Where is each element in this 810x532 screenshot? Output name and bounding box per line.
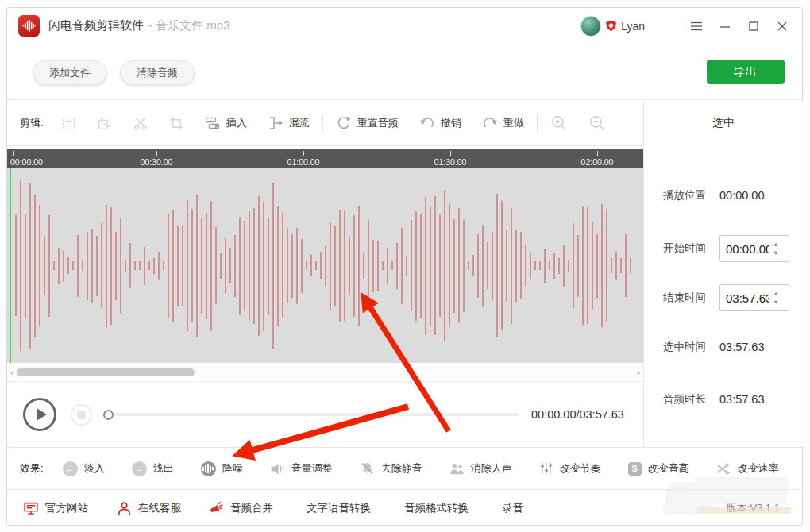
end-time-down-icon[interactable]: ▼ — [770, 299, 782, 306]
waveform-bar — [68, 257, 69, 274]
remove-vocals-button[interactable]: 消除人声 — [449, 461, 512, 476]
redo-button[interactable]: 重做 — [482, 116, 524, 130]
select-region-icon[interactable] — [61, 116, 76, 131]
seek-thumb[interactable] — [103, 410, 114, 420]
waveform-bar — [230, 248, 231, 283]
start-time-label: 开始时间 — [663, 241, 709, 256]
timeline-tick — [156, 151, 157, 156]
start-time-up-icon[interactable]: ▲ — [770, 241, 782, 248]
playhead[interactable] — [10, 168, 11, 363]
zoom-out-icon[interactable] — [588, 114, 606, 132]
record-link[interactable]: 录音 — [502, 501, 523, 515]
waveform-bar — [549, 261, 550, 270]
avatar[interactable] — [580, 16, 601, 37]
play-button[interactable] — [23, 398, 56, 431]
format-convert-link[interactable]: 音频格式转换 — [404, 501, 469, 515]
end-time-row: 结束时间 ▲ ▼ — [663, 284, 795, 311]
selection-panel: 选中 播放位置 00:00.00 开始时间 ▲ ▼ 结束时间 — [643, 101, 803, 447]
user-account[interactable]: Lyan — [580, 16, 645, 37]
waveform-scrollbar[interactable]: ‹ › — [7, 367, 643, 378]
waveform-bar — [172, 210, 174, 322]
official-site-label: 官方网站 — [45, 501, 88, 515]
waveform-bar — [611, 258, 612, 273]
cut-icon[interactable] — [133, 116, 148, 131]
waveform-bar — [554, 253, 555, 279]
change-rate-button[interactable]: 改变速率 — [716, 461, 779, 476]
waveform-bar — [620, 258, 622, 273]
official-site-link[interactable]: 官方网站 — [23, 501, 88, 516]
change-pitch-button[interactable]: S 改变音高 — [628, 461, 689, 476]
audio-merge-link[interactable]: 音频合并 — [208, 500, 273, 516]
scrollbar-thumb[interactable] — [17, 368, 195, 376]
noise-reduction-button[interactable]: 降噪 — [201, 461, 243, 476]
waveform-bar — [382, 261, 384, 270]
seek-track[interactable] — [112, 413, 519, 416]
waveform[interactable] — [7, 168, 643, 363]
timeline-tick — [597, 151, 598, 156]
waveform-bar — [573, 223, 574, 308]
online-service-link[interactable]: 在线客服 — [117, 501, 181, 516]
change-pitch-label: 改变音高 — [648, 461, 689, 476]
crop-icon[interactable] — [169, 116, 184, 131]
waveform-bar — [206, 213, 207, 319]
undo-button[interactable]: 撤销 — [419, 116, 461, 130]
copy-icon[interactable] — [97, 116, 112, 131]
divider — [322, 114, 323, 133]
waveform-bar — [91, 229, 93, 303]
minimize-icon[interactable] — [716, 17, 734, 35]
clear-audio-button[interactable]: 清除音频 — [120, 60, 195, 85]
waveform-bar — [244, 221, 245, 311]
insert-label: 插入 — [226, 116, 247, 130]
mix-button[interactable]: 混流 — [268, 116, 310, 130]
edit-toolbar: 剪辑: 插入 混流 重置音频 — [7, 101, 643, 146]
fade-in-button[interactable]: ← 淡入 — [63, 461, 105, 476]
end-time-up-icon[interactable]: ▲ — [770, 291, 782, 297]
waveform-bar — [148, 261, 150, 270]
waveform-bar — [558, 258, 560, 274]
reset-audio-button[interactable]: 重置音频 — [336, 115, 399, 131]
waveform-bar — [511, 208, 512, 324]
waveform-bar — [520, 232, 522, 299]
stop-button[interactable] — [71, 404, 92, 426]
effects-bar-label: 效果: — [20, 461, 44, 476]
end-time-spinner: ▲ ▼ — [719, 284, 789, 311]
volume-icon — [270, 462, 285, 476]
fade-out-button[interactable]: → 浅出 — [132, 461, 174, 476]
fade-in-icon: ← — [63, 461, 78, 476]
zoom-in-icon[interactable] — [550, 114, 568, 132]
waveform-bar — [34, 195, 36, 337]
insert-button[interactable]: 插入 — [205, 116, 247, 130]
start-time-input[interactable] — [720, 242, 770, 256]
waveform-bar — [110, 207, 112, 325]
play-position-value: 00:00.00 — [719, 189, 764, 202]
waveform-bar — [72, 261, 74, 270]
waveform-bar — [158, 252, 160, 280]
text-to-speech-link[interactable]: 文字语音转换 — [307, 501, 371, 515]
change-tempo-button[interactable]: 改变节奏 — [539, 461, 601, 476]
waveform-bar — [191, 209, 193, 322]
playback-time: 00:00.00/03:57.63 — [531, 408, 624, 421]
remove-silence-button[interactable]: 去除静音 — [360, 461, 422, 476]
end-time-input[interactable] — [720, 291, 770, 305]
export-button[interactable]: 导出 — [707, 60, 785, 84]
scroll-left-icon[interactable]: ‹ — [7, 367, 17, 378]
app-logo-icon — [18, 15, 40, 37]
waveform-bar — [606, 209, 608, 322]
close-icon[interactable] — [773, 17, 791, 35]
start-time-down-icon[interactable]: ▼ — [770, 250, 782, 256]
end-time-label: 结束时间 — [663, 291, 709, 305]
timeline[interactable]: 00:00.0000:30.0001:00.0001:30.0002:00.00 — [7, 149, 643, 168]
add-file-button[interactable]: 添加文件 — [33, 60, 107, 85]
waveform-bar — [615, 252, 617, 280]
reset-audio-label: 重置音频 — [357, 116, 399, 130]
waveform-bar — [234, 235, 236, 297]
seek-slider[interactable] — [103, 410, 519, 420]
scroll-right-icon[interactable]: › — [634, 367, 643, 378]
waveform-bar — [453, 219, 455, 313]
volume-adjust-button[interactable]: 音量调整 — [270, 461, 333, 476]
crossed-arrows-icon — [716, 462, 731, 476]
waveform-bar — [287, 228, 288, 303]
maximize-icon[interactable] — [745, 17, 762, 35]
menu-icon[interactable] — [688, 17, 705, 35]
waveform-bar — [120, 218, 122, 314]
